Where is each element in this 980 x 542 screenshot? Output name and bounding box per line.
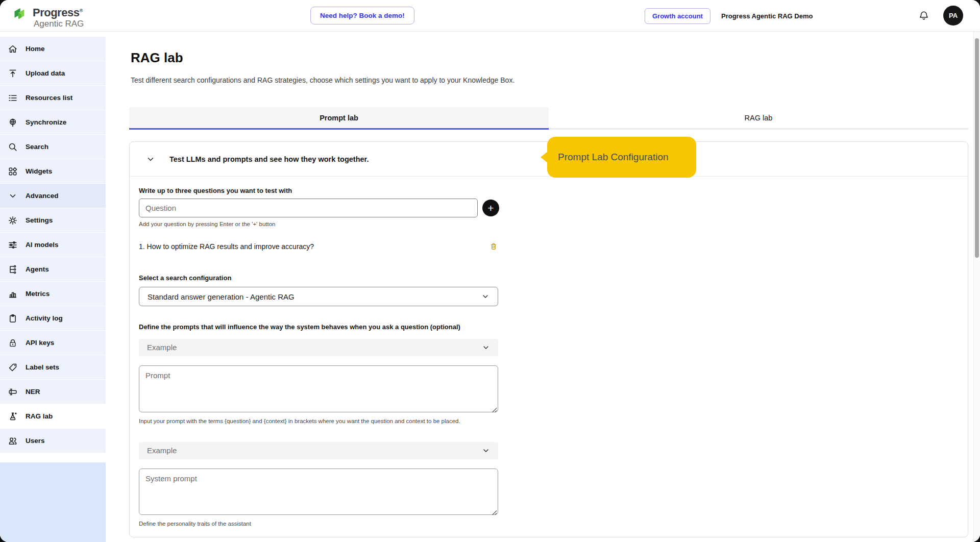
brand-name: Progress — [33, 6, 79, 19]
main-content: RAG lab Test different search configurat… — [106, 32, 980, 542]
sidebar-item-label: Settings — [26, 216, 53, 224]
sidebar-item-metrics[interactable]: Metrics — [0, 282, 106, 306]
app-window: Progress® Agentic RAG Need help? Book a … — [0, 0, 980, 542]
chevron-down-icon — [481, 292, 489, 301]
sidebar-item-label: Advanced — [26, 192, 59, 200]
sidebar-filler — [0, 462, 106, 542]
brand-text: Progress® Agentic RAG — [33, 5, 84, 29]
callout-tooltip: Prompt Lab Configuration — [547, 137, 696, 178]
tab-label: RAG lab — [745, 114, 773, 122]
tab-prompt-lab[interactable]: Prompt lab — [129, 107, 549, 130]
search-config-value: Standard answer generation - Agentic RAG — [148, 292, 295, 301]
clipboard-icon — [8, 313, 18, 324]
sidebar-item-label: Agents — [26, 265, 49, 273]
sidebar-item-label-sets[interactable]: Label sets — [0, 355, 106, 380]
add-question-button[interactable]: + — [482, 200, 499, 216]
account-name: Progress Agentic RAG Demo — [721, 0, 813, 32]
sidebar-item-search[interactable]: Search — [0, 135, 106, 159]
brand-product: Agentic RAG — [34, 19, 84, 29]
sidebar-item-rag-lab[interactable]: RAG lab — [0, 404, 106, 429]
scrollbar-thumb[interactable] — [975, 38, 979, 258]
sidebar-item-activity-log[interactable]: Activity log — [0, 306, 106, 331]
sidebar-item-label: Users — [26, 437, 45, 445]
sidebar-item-ai-models[interactable]: AI models — [0, 233, 106, 257]
sidebar-item-synchronize[interactable]: Synchronize — [0, 110, 106, 135]
tooltip-text: Prompt Lab Configuration — [558, 152, 669, 163]
chevron-down-icon — [482, 447, 490, 455]
sidebar-item-api-keys[interactable]: API keys — [0, 331, 106, 355]
ner-icon — [8, 387, 18, 397]
example-select-value: Example — [147, 446, 177, 455]
search-icon — [8, 142, 18, 152]
tab-label: Prompt lab — [320, 114, 358, 122]
sidebar-item-label: Resources list — [26, 94, 72, 102]
upload-icon — [8, 68, 18, 79]
question-input-row: + — [139, 199, 498, 217]
top-bar: Progress® Agentic RAG Need help? Book a … — [0, 0, 980, 32]
prompt-textarea-wrap — [139, 365, 498, 414]
progress-logo-icon — [13, 6, 29, 21]
bar-chart-icon — [8, 289, 18, 299]
sidebar-item-label: Synchronize — [26, 118, 66, 126]
brand-logo: Progress® Agentic RAG — [13, 5, 84, 29]
sidebar-item-ner[interactable]: NER — [0, 380, 106, 404]
questions-label: Write up to three questions you want to … — [139, 187, 507, 194]
question-input[interactable] — [139, 199, 478, 217]
search-config-select[interactable]: Standard answer generation - Agentic RAG — [139, 287, 498, 306]
chevron-down-icon — [482, 343, 490, 352]
chevron-down-icon — [8, 191, 18, 201]
sidebar-item-label: Home — [26, 45, 45, 53]
bell-icon[interactable] — [918, 10, 930, 22]
book-demo-button[interactable]: Need help? Book a demo! — [310, 7, 414, 24]
sidebar-item-label: Metrics — [26, 290, 50, 298]
agents-icon — [8, 264, 18, 275]
prompt-example-select[interactable]: Example — [139, 339, 498, 356]
collapse-chevron-icon[interactable] — [146, 155, 155, 164]
sidebar-item-label: Activity log — [26, 314, 63, 322]
sidebar-item-label: Upload data — [26, 69, 65, 77]
sidebar-item-label: AI models — [26, 241, 59, 249]
prompt-textarea[interactable] — [139, 365, 498, 412]
sidebar: Home Upload data Resources list Synchron… — [0, 32, 106, 542]
trash-icon[interactable] — [489, 242, 498, 251]
sidebar-item-settings[interactable]: Settings — [0, 208, 106, 233]
vertical-scrollbar[interactable] — [973, 32, 980, 542]
prompt-lab-panel: Test LLMs and prompts and see how they w… — [129, 141, 968, 537]
list-icon — [8, 93, 18, 103]
search-config-label: Select a search configuration — [139, 274, 507, 282]
sidebar-item-agents[interactable]: Agents — [0, 257, 106, 282]
system-prompt-textarea-wrap — [139, 469, 498, 517]
sidebar-item-upload-data[interactable]: Upload data — [0, 61, 106, 86]
sidebar-item-label: RAG lab — [26, 412, 53, 420]
flask-icon — [8, 411, 18, 422]
sidebar-group-advanced[interactable]: Advanced — [0, 184, 106, 208]
tab-rag-lab[interactable]: RAG lab — [549, 107, 968, 130]
page-description: Test different search configurations and… — [131, 76, 514, 84]
tooltip-arrow-icon — [541, 152, 548, 163]
plus-icon: + — [487, 201, 494, 216]
sidebar-item-users[interactable]: Users — [0, 429, 106, 453]
sidebar-item-label: API keys — [26, 339, 54, 347]
system-prompt-helper: Define the personality traits of the ass… — [139, 521, 507, 527]
sliders-icon — [8, 240, 18, 250]
panel-body: Write up to three questions you want to … — [130, 177, 507, 527]
tab-bar: Prompt lab RAG lab — [129, 107, 968, 130]
prompt-helper: Input your prompt with the terms {questi… — [139, 418, 507, 424]
sidebar-item-label: Search — [26, 143, 48, 151]
sidebar-item-home[interactable]: Home — [0, 37, 106, 61]
questions-helper: Add your question by pressing Enter or t… — [139, 221, 507, 227]
gear-icon — [8, 215, 18, 226]
sidebar-item-label: Label sets — [26, 363, 59, 371]
sidebar-item-widgets[interactable]: Widgets — [0, 159, 106, 184]
page-title: RAG lab — [131, 50, 183, 66]
growth-account-button[interactable]: Growth account — [645, 8, 710, 24]
system-prompt-textarea[interactable] — [139, 469, 498, 515]
widgets-icon — [8, 166, 18, 177]
question-list-item: 1. How to optimize RAG results and impro… — [139, 242, 498, 251]
users-icon — [8, 436, 18, 446]
globe-icon — [8, 117, 18, 128]
sidebar-item-resources-list[interactable]: Resources list — [0, 86, 106, 110]
lock-icon — [8, 338, 18, 348]
system-prompt-example-select[interactable]: Example — [139, 442, 498, 459]
avatar[interactable]: PA — [943, 6, 963, 26]
